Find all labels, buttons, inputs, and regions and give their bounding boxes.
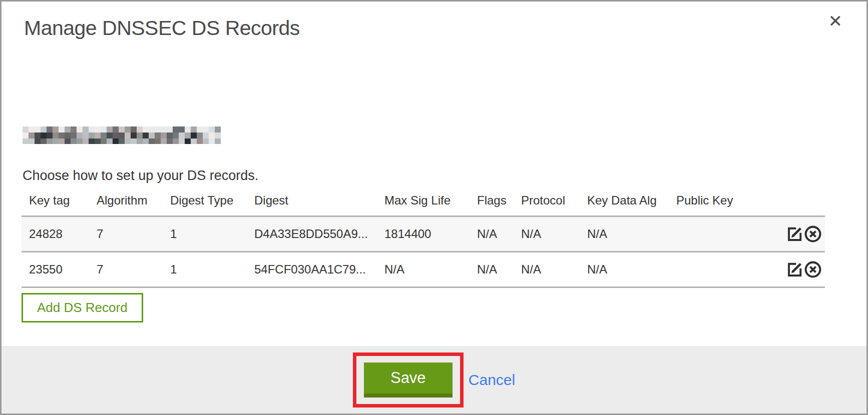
- cancel-link[interactable]: Cancel: [469, 372, 515, 388]
- cell-flags: N/A: [470, 252, 514, 288]
- cell-actions: [780, 252, 825, 288]
- dialog-footer: Save Cancel: [2, 346, 866, 414]
- delete-record-icon[interactable]: [804, 260, 822, 278]
- col-header-max-sig-life: Max Sig Life: [377, 188, 470, 216]
- cell-flags: N/A: [470, 216, 514, 252]
- delete-record-icon[interactable]: [804, 225, 822, 243]
- close-icon[interactable]: ✕: [828, 12, 843, 30]
- col-header-public-key: Public Key: [669, 188, 780, 216]
- col-header-algorithm: Algorithm: [89, 188, 163, 216]
- cell-public-key: [669, 252, 780, 288]
- edit-record-icon[interactable]: [786, 260, 804, 278]
- cell-key-data-alg: N/A: [580, 252, 669, 288]
- table-header-row: Key tag Algorithm Digest Type Digest Max…: [22, 188, 825, 216]
- cell-digest-type: 1: [163, 216, 247, 252]
- cell-protocol: N/A: [514, 216, 580, 252]
- cell-protocol: N/A: [514, 252, 580, 288]
- ds-records-table: Key tag Algorithm Digest Type Digest Max…: [22, 188, 825, 288]
- cell-key-tag: 23550: [22, 252, 89, 288]
- col-header-actions: [780, 188, 825, 216]
- cell-max-sig-life: 1814400: [377, 216, 470, 252]
- col-header-key-data-alg: Key Data Alg: [580, 188, 669, 216]
- col-header-key-tag: Key tag: [22, 188, 89, 216]
- cell-max-sig-life: N/A: [377, 252, 470, 288]
- instruction-text: Choose how to set up your DS records.: [23, 168, 866, 184]
- col-header-digest: Digest: [247, 188, 377, 216]
- table-row: 24828 7 1 D4A33E8DD550A9... 1814400 N/A …: [22, 216, 825, 252]
- cell-key-tag: 24828: [22, 216, 89, 252]
- cell-algorithm: 7: [89, 252, 163, 288]
- redacted-domain-name: [23, 126, 221, 144]
- add-ds-record-button[interactable]: Add DS Record: [22, 293, 143, 322]
- cell-digest: D4A33E8DD550A9...: [247, 216, 377, 252]
- edit-record-icon[interactable]: [786, 225, 804, 243]
- save-button[interactable]: Save: [364, 362, 453, 398]
- dialog-title: Manage DNSSEC DS Records: [24, 16, 866, 40]
- col-header-digest-type: Digest Type: [163, 188, 247, 216]
- manage-dnssec-dialog: Manage DNSSEC DS Records ✕ Choose how to…: [0, 0, 868, 415]
- cell-digest-type: 1: [163, 252, 247, 288]
- cell-digest: 54FCF030AA1C79...: [247, 252, 377, 288]
- table-row: 23550 7 1 54FCF030AA1C79... N/A N/A N/A …: [22, 252, 825, 288]
- col-header-protocol: Protocol: [514, 188, 580, 216]
- cell-algorithm: 7: [89, 216, 163, 252]
- cell-actions: [780, 216, 825, 252]
- red-highlight-annotation: Save: [353, 352, 464, 408]
- col-header-flags: Flags: [470, 188, 514, 216]
- cell-key-data-alg: N/A: [580, 216, 669, 252]
- cell-public-key: [669, 216, 780, 252]
